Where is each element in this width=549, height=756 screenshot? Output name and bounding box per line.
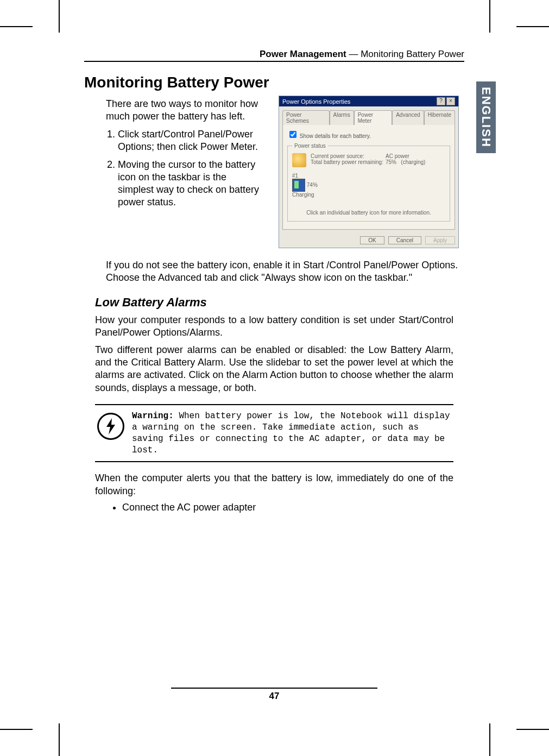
close-icon[interactable]: × (446, 97, 455, 105)
help-icon[interactable]: ? (437, 97, 445, 105)
apply-button[interactable]: Apply (425, 236, 455, 244)
page-footer: 47 (84, 688, 464, 702)
warning-text: Warning: When battery power is low, the … (132, 411, 451, 456)
click-battery-note: Click an individual battery icon for mor… (292, 210, 445, 216)
show-details-label: Show details for each battery. (300, 133, 371, 139)
warning-body: When battery power is low, the Notebook … (132, 411, 450, 455)
paragraph-1: How your computer responds to a low batt… (95, 314, 453, 339)
header-bold: Power Management (260, 49, 346, 59)
tab-power-meter[interactable]: Power Meter (354, 110, 392, 125)
power-options-screenshot: Power Options Properties ? × Power Schem… (279, 96, 459, 248)
power-source-label: Current power source: (311, 153, 364, 159)
plug-icon (292, 153, 306, 167)
page-number: 47 (84, 691, 464, 702)
battery-icon[interactable] (292, 179, 305, 192)
power-remaining-extra: (charging) (401, 159, 425, 165)
after-warning-text: When the computer alerts you that the ba… (95, 472, 453, 497)
dialog-tabs: Power Schemes Alarms Power Meter Advance… (279, 106, 458, 124)
section-heading: Low Battery Alarms (95, 295, 464, 310)
tab-hibernate[interactable]: Hibernate (424, 110, 455, 125)
intro-block: There are two ways to monitor how much p… (106, 96, 263, 248)
lightning-icon (97, 413, 124, 440)
battery-percent: 74% (307, 182, 318, 188)
power-remaining-label: Total battery power remaining: (311, 159, 383, 165)
warning-label: Warning: (132, 411, 174, 421)
warning-box: Warning: When battery power is low, the … (95, 404, 453, 462)
intro-text: There are two ways to monitor how much p… (106, 98, 263, 123)
after-screenshot-note: If you do not see the battery icon, enab… (106, 259, 464, 285)
tab-power-schemes[interactable]: Power Schemes (282, 110, 330, 125)
dialog-body: Show details for each battery. Power sta… (282, 124, 455, 230)
dialog-title: Power Options Properties (282, 98, 350, 105)
tab-alarms[interactable]: Alarms (330, 110, 354, 125)
header-rest: — Monitoring Battery Power (346, 49, 464, 59)
language-tab: ENGLISH (476, 81, 496, 153)
show-details-checkbox[interactable]: Show details for each battery. (287, 133, 371, 139)
page-title: Monitoring Battery Power (84, 74, 464, 91)
battery-state: Charging (292, 192, 445, 198)
step-1: Click start/Control Panel/Power Options;… (118, 128, 263, 153)
ok-button[interactable]: OK (360, 236, 384, 244)
power-status-legend: Power status (292, 143, 328, 149)
page-header: Power Management — Monitoring Battery Po… (84, 49, 464, 62)
bullet-1: Connect the AC power adapter (122, 502, 464, 513)
step-2: Moving the cursor to the battery icon on… (118, 159, 263, 209)
power-remaining-value: 75% (386, 159, 396, 165)
dialog-titlebar: Power Options Properties ? × (279, 96, 458, 106)
show-details-input[interactable] (289, 131, 296, 138)
power-source-value: AC power (386, 153, 445, 159)
paragraph-2: Two different power alarms can be enable… (95, 344, 453, 395)
battery-number: #1 (292, 173, 445, 179)
power-status-group: Power status Current power source: AC po… (287, 143, 450, 222)
cancel-button[interactable]: Cancel (388, 236, 421, 244)
tab-advanced[interactable]: Advanced (392, 110, 424, 125)
